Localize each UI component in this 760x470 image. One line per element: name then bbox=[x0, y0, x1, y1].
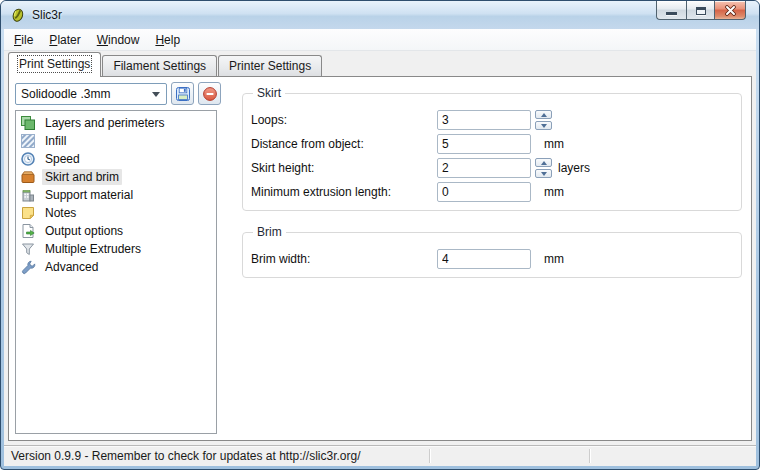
statusbar-divider bbox=[429, 449, 430, 463]
tree-item-label: Advanced bbox=[42, 259, 101, 275]
preset-toolbar: Solidoodle .3mm bbox=[15, 82, 221, 105]
minimum-extrusion-length-label: Minimum extrusion length: bbox=[251, 185, 437, 199]
menu-file[interactable]: File bbox=[6, 29, 41, 50]
field-row-brim-width: Brim width: mm bbox=[251, 247, 733, 271]
distance-unit: mm bbox=[544, 137, 564, 151]
status-text: Version 0.9.9 - Remember to check for up… bbox=[11, 449, 361, 463]
skirt-height-label: Skirt height: bbox=[251, 161, 437, 175]
window-title: Slic3r bbox=[32, 8, 62, 22]
tree-item-multiple-extruders[interactable]: Multiple Extruders bbox=[16, 240, 216, 258]
tree-item-label: Output options bbox=[42, 223, 126, 239]
support-material-icon bbox=[20, 187, 36, 203]
triangle-down-icon bbox=[541, 124, 547, 128]
settings-tree: Layers and perimeters Infill bbox=[15, 110, 217, 434]
minimum-extrusion-length-input[interactable] bbox=[437, 182, 531, 202]
tree-item-speed[interactable]: Speed bbox=[16, 150, 216, 168]
speed-clock-icon bbox=[20, 151, 36, 167]
titlebar[interactable]: Slic3r bbox=[1, 1, 759, 29]
distance-from-object-input[interactable] bbox=[437, 134, 531, 154]
tab-printer-settings[interactable]: Printer Settings bbox=[218, 55, 322, 76]
window-bottom-border bbox=[1, 466, 759, 469]
tab-print-settings[interactable]: Print Settings bbox=[8, 52, 101, 77]
delete-preset-button[interactable] bbox=[198, 82, 221, 105]
output-options-icon bbox=[20, 223, 36, 239]
tree-item-skirt-and-brim[interactable]: Skirt and brim bbox=[16, 168, 216, 186]
spinner-down-button[interactable] bbox=[535, 169, 552, 178]
tab-label: Printer Settings bbox=[229, 59, 311, 73]
brim-width-unit: mm bbox=[544, 252, 564, 266]
app-window: Slic3r File Plater Window Help Print Set… bbox=[0, 0, 760, 470]
skirt-brim-box-icon bbox=[20, 169, 36, 185]
tab-label: Print Settings bbox=[19, 57, 90, 71]
field-row-loops: Loops: bbox=[251, 108, 733, 132]
tab-filament-settings[interactable]: Filament Settings bbox=[102, 55, 217, 76]
triangle-up-icon bbox=[541, 161, 547, 165]
slic3r-logo-icon bbox=[10, 7, 26, 23]
maximize-button[interactable] bbox=[686, 1, 714, 20]
menu-plater[interactable]: Plater bbox=[41, 29, 88, 50]
brim-group: Brim Brim width: mm bbox=[242, 225, 742, 278]
options-panel: Skirt Loops: Distance from object: mm bbox=[242, 81, 742, 278]
menubar: File Plater Window Help bbox=[4, 29, 756, 51]
tree-item-label: Support material bbox=[42, 187, 136, 203]
notes-icon bbox=[20, 205, 36, 221]
tree-item-support-material[interactable]: Support material bbox=[16, 186, 216, 204]
loops-label: Loops: bbox=[251, 113, 437, 127]
tree-item-output-options[interactable]: Output options bbox=[16, 222, 216, 240]
tree-item-label: Notes bbox=[42, 205, 79, 221]
minimum-extrusion-unit: mm bbox=[544, 185, 564, 199]
layers-icon bbox=[20, 115, 36, 131]
spinner-down-button[interactable] bbox=[535, 121, 552, 130]
field-row-skirt-height: Skirt height: layers bbox=[251, 156, 733, 180]
spinner-up-button[interactable] bbox=[535, 110, 552, 119]
tree-item-label: Multiple Extruders bbox=[42, 241, 144, 257]
brim-width-input[interactable] bbox=[437, 249, 531, 269]
tab-label: Filament Settings bbox=[113, 59, 206, 73]
advanced-wrench-icon bbox=[20, 259, 36, 275]
skirt-height-input[interactable] bbox=[437, 158, 531, 178]
delete-minus-icon bbox=[202, 86, 218, 102]
spinner-up-button[interactable] bbox=[535, 158, 552, 167]
preset-dropdown[interactable]: Solidoodle .3mm bbox=[15, 83, 167, 105]
floppy-disk-icon bbox=[175, 86, 191, 102]
minimize-button[interactable] bbox=[656, 1, 686, 20]
menu-window[interactable]: Window bbox=[89, 29, 148, 50]
menu-help[interactable]: Help bbox=[147, 29, 188, 50]
print-settings-page: Solidoodle .3mm bbox=[8, 76, 752, 441]
skirt-height-spinner bbox=[535, 158, 552, 178]
tree-item-layers-and-perimeters[interactable]: Layers and perimeters bbox=[16, 114, 216, 132]
infill-icon bbox=[20, 133, 36, 149]
field-row-distance-from-object: Distance from object: mm bbox=[251, 132, 733, 156]
maximize-icon bbox=[696, 7, 706, 15]
preset-selected-value: Solidoodle .3mm bbox=[21, 87, 110, 101]
triangle-up-icon bbox=[541, 113, 547, 117]
brim-width-label: Brim width: bbox=[251, 252, 437, 266]
field-row-minimum-extrusion-length: Minimum extrusion length: mm bbox=[251, 180, 733, 204]
skirt-height-unit: layers bbox=[558, 161, 590, 175]
minimize-icon bbox=[666, 12, 677, 15]
tree-item-infill[interactable]: Infill bbox=[16, 132, 216, 150]
close-button[interactable] bbox=[714, 1, 746, 20]
chevron-down-icon bbox=[152, 92, 160, 97]
tree-item-label: Speed bbox=[42, 151, 83, 167]
brim-group-title: Brim bbox=[253, 225, 286, 239]
close-icon bbox=[725, 5, 736, 16]
loops-spinner bbox=[535, 110, 552, 130]
window-controls bbox=[656, 1, 746, 20]
statusbar-divider bbox=[589, 449, 590, 463]
loops-input[interactable] bbox=[437, 110, 531, 130]
tree-item-label: Infill bbox=[42, 133, 69, 149]
skirt-group: Skirt Loops: Distance from object: mm bbox=[242, 86, 742, 211]
workarea: Print Settings Filament Settings Printer… bbox=[4, 51, 756, 445]
tree-item-notes[interactable]: Notes bbox=[16, 204, 216, 222]
triangle-down-icon bbox=[541, 172, 547, 176]
tab-bar: Print Settings Filament Settings Printer… bbox=[8, 51, 752, 76]
skirt-group-title: Skirt bbox=[253, 86, 285, 100]
statusbar: Version 0.9.9 - Remember to check for up… bbox=[4, 445, 756, 466]
distance-from-object-label: Distance from object: bbox=[251, 137, 437, 151]
tree-item-label: Skirt and brim bbox=[42, 169, 122, 185]
multiple-extruders-funnel-icon bbox=[20, 241, 36, 257]
tree-item-advanced[interactable]: Advanced bbox=[16, 258, 216, 276]
save-preset-button[interactable] bbox=[171, 82, 194, 105]
tree-item-label: Layers and perimeters bbox=[42, 115, 167, 131]
